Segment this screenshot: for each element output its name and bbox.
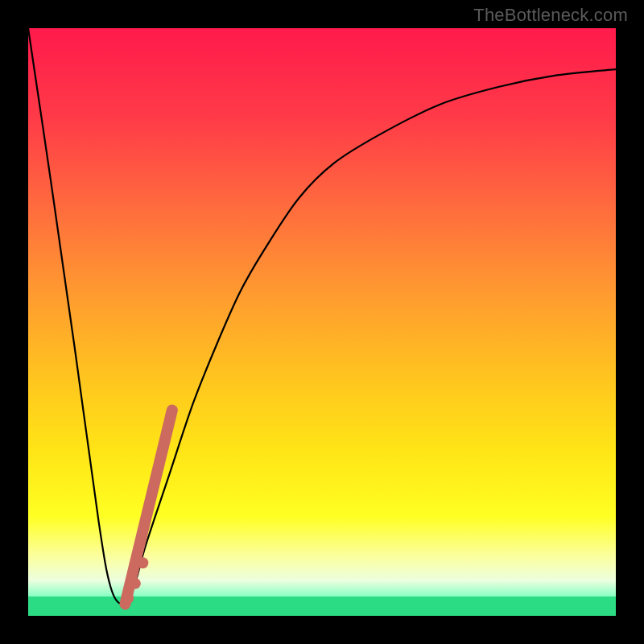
watermark-text: TheBottleneck.com bbox=[473, 5, 628, 26]
marker-dot bbox=[137, 557, 148, 568]
chart-frame: TheBottleneck.com bbox=[0, 0, 644, 644]
marker-dot bbox=[130, 578, 141, 589]
bottleneck-chart bbox=[28, 28, 616, 616]
marker-dot bbox=[122, 592, 134, 604]
gradient-background bbox=[28, 28, 616, 616]
